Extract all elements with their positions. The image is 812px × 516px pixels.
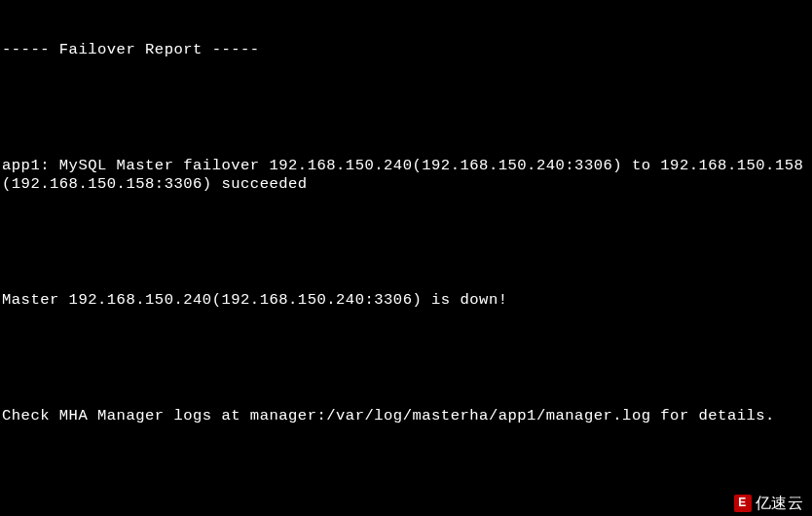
watermark: E 亿速云 (731, 493, 807, 514)
terminal-line (2, 234, 812, 253)
terminal-line: app1: MySQL Master failover 192.168.150.… (2, 157, 812, 196)
watermark-text: 亿速云 (756, 494, 804, 513)
terminal-line (2, 98, 812, 118)
terminal-line: Master 192.168.150.240(192.168.150.240:3… (2, 291, 812, 311)
terminal-line: ----- Failover Report ----- (2, 41, 812, 60)
terminal-line: Check MHA Manager logs at manager:/var/l… (2, 407, 812, 426)
terminal-line (2, 465, 812, 485)
terminal-line (2, 350, 812, 369)
watermark-icon: E (734, 495, 752, 512)
terminal-output: ----- Failover Report ----- app1: MySQL … (2, 2, 812, 516)
